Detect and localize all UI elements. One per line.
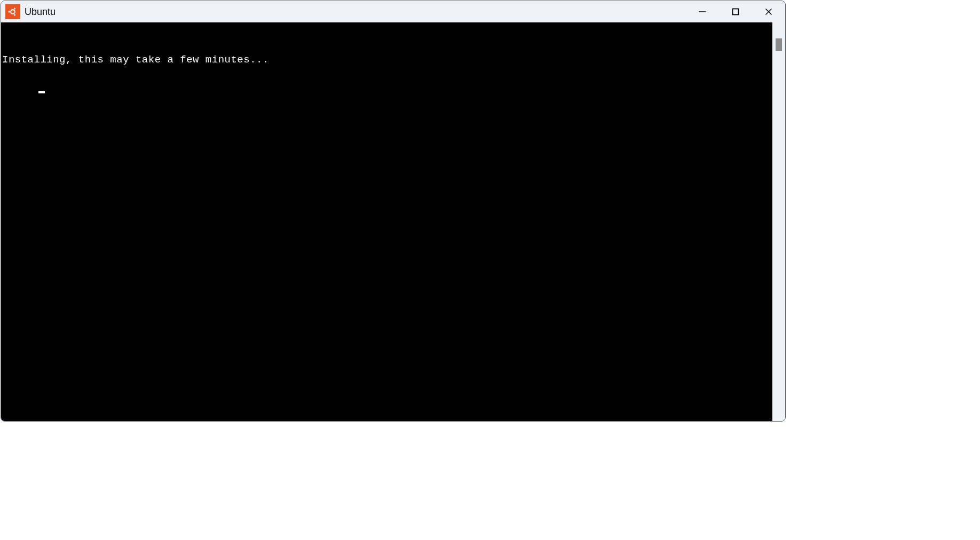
close-icon — [764, 7, 773, 16]
svg-point-2 — [13, 7, 15, 10]
terminal-output-line: Installing, this may take a few minutes.… — [2, 53, 771, 67]
window-controls — [686, 1, 785, 22]
application-window: Ubuntu Installing, this m — [1, 1, 786, 422]
close-button[interactable] — [752, 1, 785, 22]
ubuntu-icon — [5, 4, 20, 19]
terminal-container: Installing, this may take a few minutes.… — [1, 22, 785, 421]
window-title: Ubuntu — [25, 6, 56, 18]
maximize-button[interactable] — [719, 1, 752, 22]
titlebar[interactable]: Ubuntu — [1, 1, 785, 22]
svg-point-1 — [8, 11, 10, 13]
maximize-icon — [731, 7, 740, 16]
scrollbar-track[interactable] — [772, 22, 785, 421]
terminal[interactable]: Installing, this may take a few minutes.… — [1, 22, 772, 421]
terminal-cursor — [38, 91, 45, 93]
svg-point-0 — [11, 10, 15, 14]
minimize-button[interactable] — [686, 1, 719, 22]
titlebar-left: Ubuntu — [5, 4, 56, 19]
scrollbar-thumb[interactable] — [776, 38, 782, 51]
svg-rect-5 — [733, 9, 739, 15]
minimize-icon — [698, 7, 707, 16]
svg-point-3 — [13, 14, 15, 16]
